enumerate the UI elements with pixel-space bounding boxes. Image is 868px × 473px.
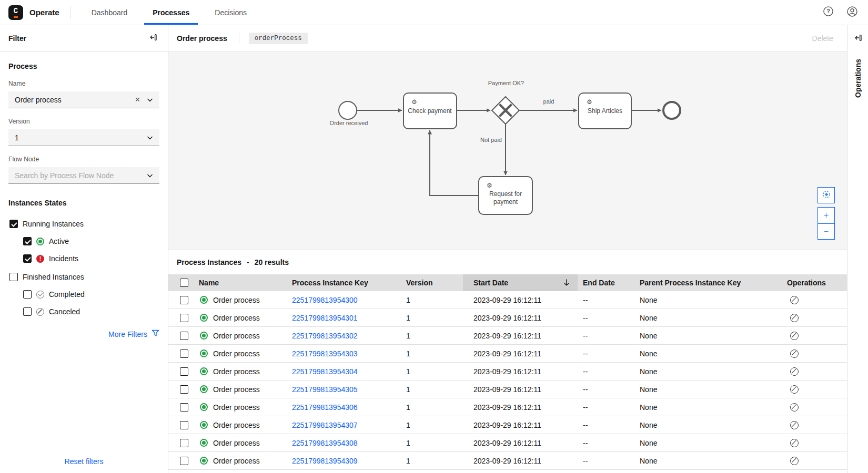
process-name-combobox[interactable]: Order process ✕ [8,91,159,108]
bpmn-task-ship-articles[interactable]: ⚙ Ship Articles [579,93,631,129]
column-header-end-date[interactable]: End Date [578,279,635,287]
cancel-operation-icon[interactable] [790,385,799,394]
instance-end-date: -- [578,403,635,412]
finished-instances-checkbox[interactable] [9,273,18,281]
version-dropdown[interactable]: 1 [8,129,159,146]
column-header-start-date[interactable]: Start Date [463,274,578,291]
more-filters-label: More Filters [108,330,147,338]
process-instance-key-link[interactable]: 2251799813954303 [292,349,358,358]
flow-node-placeholder: Search by Process Flow Node [15,171,143,180]
diagram-zoom-in-button[interactable]: + [817,207,835,223]
column-header-parent-key[interactable]: Parent Process Instance Key [635,279,762,287]
bpmn-gateway-payment-ok[interactable]: Payment OK? [488,80,524,124]
process-instances-titlebar: Process Instances - 20 results [168,250,847,274]
diagram-zoom-out-button[interactable]: − [817,223,835,240]
column-header-key[interactable]: Process Instance Key [281,279,395,287]
column-header-operations: Operations [762,279,847,287]
logo-orange-dash [14,16,18,18]
column-header-version[interactable]: Version [395,279,463,287]
instance-name: Order process [213,457,260,465]
flow-node-combobox[interactable]: Search by Process Flow Node [8,167,159,184]
process-instance-key-link[interactable]: 2251799813954307 [292,421,358,429]
minus-icon: − [824,227,829,236]
row-checkbox[interactable] [180,332,188,340]
row-checkbox[interactable] [180,385,188,394]
user-menu-button[interactable] [844,4,861,21]
app-brand[interactable]: C Operate [0,0,70,25]
process-instance-key-link[interactable]: 2251799813954309 [292,457,358,465]
cancel-operation-icon[interactable] [790,296,799,304]
instance-end-date: -- [578,439,635,447]
process-instance-key-link[interactable]: 2251799813954302 [292,332,358,340]
delete-button[interactable]: Delete [812,34,833,43]
cancel-operation-icon[interactable] [790,439,799,447]
row-checkbox[interactable] [180,439,188,447]
process-instance-key-link[interactable]: 2251799813954304 [292,367,358,376]
active-checkbox[interactable] [23,237,32,245]
tab-processes[interactable]: Processes [140,0,202,25]
row-checkbox[interactable] [180,349,188,358]
incidents-checkbox[interactable] [23,254,32,263]
service-task-gear-icon: ⚙ [487,182,492,189]
bpmn-start-event[interactable]: Order received [330,101,368,126]
running-instances-label: Running Instances [23,220,84,228]
instances-result-count: 20 results [255,258,289,266]
version-field-label: Version [8,118,159,125]
bpmn-diagram-canvas[interactable]: Order received ⚙ Check payment Payment O… [168,52,847,250]
incident-state-icon [36,255,44,263]
flow-request-loop [430,130,479,196]
bpmn-task-check-payment[interactable]: ⚙ Check payment [403,93,457,129]
process-instance-key-link[interactable]: 2251799813954300 [292,296,358,304]
select-all-checkbox[interactable] [180,279,188,287]
row-checkbox[interactable] [180,403,188,412]
instance-version: 1 [395,403,463,412]
active-row: Active [8,236,159,246]
process-instance-key-link[interactable]: 2251799813954301 [292,314,358,322]
reset-filters-button[interactable]: Reset filters [0,457,168,466]
process-instance-key-link[interactable]: 2251799813954306 [292,403,358,412]
svg-text:?: ? [826,8,830,14]
instance-start-date: 2023-09-29 16:12:11 [463,314,578,322]
running-instances-checkbox[interactable] [9,220,18,228]
cancel-operation-icon[interactable] [790,421,799,429]
instances-table: Name Process Instance Key Version Start … [168,274,847,473]
expand-operations-panel-button[interactable] [852,33,864,45]
canceled-checkbox[interactable] [23,307,32,316]
instance-start-date: 2023-09-29 16:12:11 [463,367,578,376]
column-header-name[interactable]: Name [189,279,281,287]
clear-selection-icon[interactable]: ✕ [133,96,143,104]
cancel-operation-icon[interactable] [790,367,799,376]
instance-version: 1 [395,439,463,447]
instance-start-date: 2023-09-29 16:12:11 [463,421,578,429]
instance-parent-key: None [635,332,762,340]
cancel-operation-icon[interactable] [790,332,799,340]
bpmn-end-event[interactable] [663,102,680,119]
row-checkbox[interactable] [180,296,188,304]
completed-checkbox[interactable] [23,290,32,299]
collapse-filter-panel-button[interactable] [147,32,159,45]
bpmn-task-request-for-payment[interactable]: ⚙ Request for payment [479,177,532,214]
table-row: Order process 2251799813954301 1 2023-09… [168,309,847,327]
row-checkbox[interactable] [180,367,188,376]
help-icon: ? [823,6,834,19]
filter-panel-title: Filter [8,34,26,43]
process-instance-key-link[interactable]: 2251799813954308 [292,439,358,447]
row-checkbox[interactable] [180,314,188,322]
cancel-operation-icon[interactable] [790,457,799,465]
help-button[interactable]: ? [820,4,836,21]
cancel-operation-icon[interactable] [790,403,799,412]
more-filters-button[interactable]: More Filters [8,330,159,338]
cancel-operation-icon[interactable] [790,349,799,358]
instance-start-date: 2023-09-29 16:12:11 [463,403,578,412]
tab-dashboard[interactable]: Dashboard [79,0,140,25]
instance-version: 1 [395,332,463,340]
tab-decisions[interactable]: Decisions [202,0,259,25]
diagram-reset-view-button[interactable] [817,187,835,203]
instance-version: 1 [395,421,463,429]
instances-states-heading: Instances States [8,199,159,207]
cancel-operation-icon[interactable] [790,314,799,322]
row-checkbox[interactable] [180,421,188,429]
process-instance-key-link[interactable]: 2251799813954305 [292,385,358,394]
row-checkbox[interactable] [180,457,188,465]
table-row: Order process 2251799813954305 1 2023-09… [168,381,847,398]
